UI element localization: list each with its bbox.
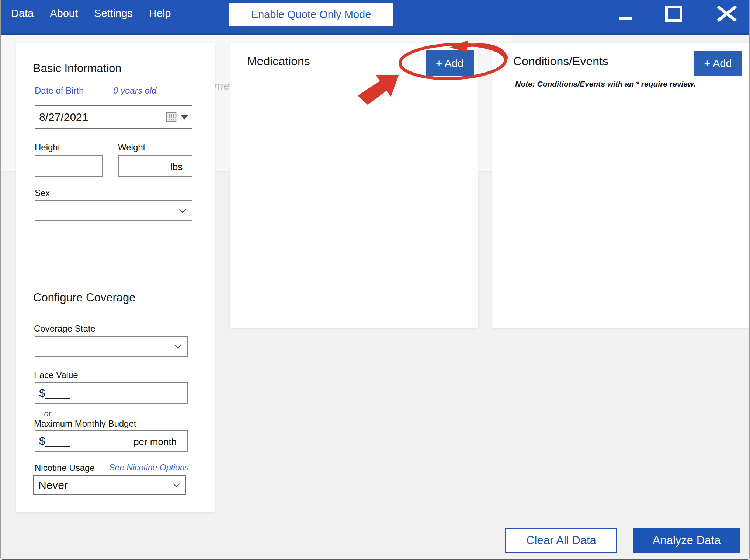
app-window: Data About Settings Help Enable Quote On… [0,0,750,560]
age-text: 0 years old [113,85,156,96]
face-value-input[interactable] [35,382,188,404]
conditions-add-button[interactable]: + Add [694,51,742,76]
menu-about[interactable]: About [50,7,78,20]
height-label: Height [35,142,60,153]
calendar-icon[interactable] [165,111,178,123]
titlebar: Data About Settings Help Enable Quote On… [1,0,750,35]
maximize-icon [665,6,682,22]
coverage-state-label: Coverage State [34,323,96,334]
chevron-down-icon [174,342,181,349]
analyze-data-button[interactable]: Analyze Data [633,528,740,553]
enable-quote-only-mode-button[interactable]: Enable Quote Only Mode [229,3,393,26]
close-icon [717,5,737,22]
chevron-down-icon [173,481,180,487]
budget-label: Maximum Monthly Budget [34,419,136,429]
nicotine-usage-label: Nicotine Usage [35,463,95,473]
sex-select[interactable] [35,200,192,221]
nicotine-usage-value: Never [38,479,68,491]
face-value-label: Face Value [34,370,78,380]
clear-all-data-button[interactable]: Clear All Data [505,528,617,553]
nicotine-usage-select[interactable]: Never [33,475,186,495]
height-input[interactable] [35,155,103,177]
conditions-note: Note: Conditions/Events with an * requir… [515,80,695,88]
menu-settings[interactable]: Settings [94,7,133,20]
close-button[interactable] [712,0,741,27]
weight-label: Weight [118,142,145,153]
dob-label: Date of Birth [35,85,84,96]
dob-field[interactable]: 8/27/2021 [35,105,192,129]
configure-coverage-title: Configure Coverage [33,291,135,304]
coverage-state-select[interactable] [35,336,188,357]
see-nicotine-options-link[interactable]: See Nicotine Options [109,463,189,473]
menu-help[interactable]: Help [149,7,171,20]
basic-information-panel: Basic Information Date of Birth 0 years … [16,43,215,512]
medications-panel: Medications + Add [230,43,478,328]
chevron-down-icon [179,206,186,213]
minimize-icon [619,17,632,20]
basic-information-title: Basic Information [33,62,122,75]
medications-add-button[interactable]: + Add [426,50,474,76]
menubar: Data About Settings Help [11,0,171,27]
budget-input[interactable] [35,430,188,452]
or-separator: - or - [39,409,56,419]
weight-input[interactable] [118,155,192,177]
conditions-events-title: Conditions/Events [513,55,608,68]
minimize-button[interactable] [611,0,640,27]
medications-title: Medications [247,55,310,68]
maximize-button[interactable] [659,0,688,27]
sex-label: Sex [35,188,50,198]
conditions-events-panel: Conditions/Events + Add Note: Conditions… [492,43,750,328]
menu-data[interactable]: Data [11,7,34,20]
date-dropdown-icon[interactable] [181,115,188,120]
